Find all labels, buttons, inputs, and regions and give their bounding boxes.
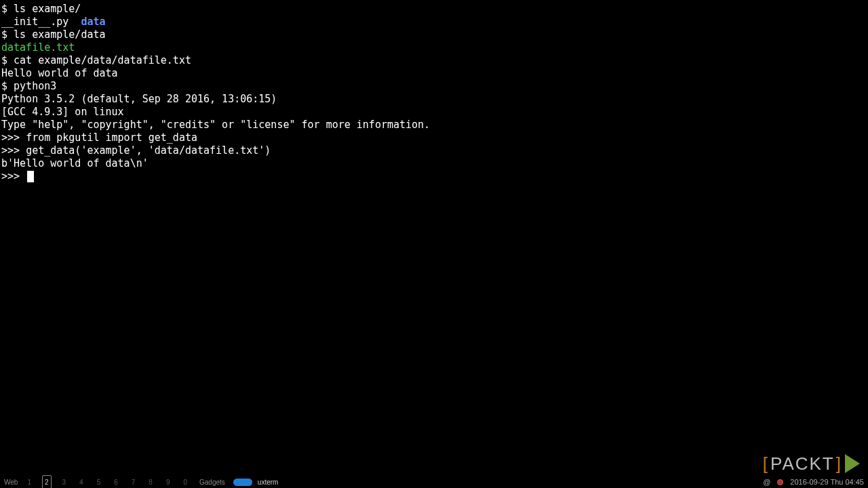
ls-item — [68, 16, 81, 28]
workspace-list: 1234567890 — [24, 475, 190, 489]
workspace-4[interactable]: 4 — [77, 475, 86, 489]
packt-bracket-open: [ — [763, 458, 769, 470]
taskbar-web-label[interactable]: Web — [4, 476, 18, 489]
shell-command: python3 — [14, 80, 56, 92]
terminal-line: __init__.py data — [1, 16, 867, 28]
workspace-8[interactable]: 8 — [146, 475, 155, 489]
workspace-1[interactable]: 1 — [24, 475, 34, 489]
python-prompt: >>> — [1, 131, 26, 144]
play-icon — [845, 454, 860, 473]
task-indicator-pill — [233, 479, 252, 486]
taskbar-gadgets-label[interactable]: Gadgets — [199, 476, 225, 489]
workspace-6[interactable]: 6 — [111, 475, 121, 489]
terminal-line: $ cat example/data/datafile.txt — [1, 54, 867, 67]
task-name: uxterm — [258, 476, 279, 489]
packt-text: PACKT — [770, 458, 835, 470]
terminal-line: datafile.txt — [1, 41, 867, 54]
python-command: get_data('example', 'data/datafile.txt') — [26, 144, 271, 157]
ls-item: datafile.txt — [1, 41, 75, 54]
terminal-line: [GCC 4.9.3] on linux — [1, 106, 867, 119]
workspace-2[interactable]: 2 — [42, 475, 52, 489]
terminal-line: >>> get_data('example', 'data/datafile.t… — [1, 144, 867, 157]
shell-command: ls example/data — [14, 28, 105, 41]
terminal-line: Hello world of data — [1, 67, 867, 80]
packt-watermark: [ PACKT ] — [763, 454, 860, 473]
tray-datetime: 2016-09-29 Thu 04:45 — [790, 476, 864, 489]
taskbar: Web 1234567890 Gadgets uxterm @ 2016-09-… — [0, 476, 868, 488]
workspace-0[interactable]: 0 — [180, 475, 190, 489]
terminal-line: >>> from pkgutil import get_data — [1, 131, 867, 144]
terminal-line: >>> — [1, 170, 867, 183]
shell-prompt: $ — [1, 80, 14, 92]
taskbar-task-uxterm[interactable]: uxterm — [233, 476, 279, 489]
shell-prompt: $ — [1, 28, 14, 41]
shell-prompt: $ — [1, 3, 14, 15]
shell-command: ls example/ — [14, 3, 81, 15]
terminal-line: $ ls example/data — [1, 28, 867, 41]
record-icon[interactable] — [777, 479, 783, 485]
terminal-line: $ ls example/ — [1, 3, 867, 16]
terminal-line: Python 3.5.2 (default, Sep 28 2016, 13:0… — [1, 93, 867, 106]
workspace-9[interactable]: 9 — [163, 475, 173, 489]
cursor-icon — [27, 171, 34, 182]
shell-prompt: $ — [1, 54, 14, 66]
shell-command: cat example/data/datafile.txt — [14, 54, 191, 66]
ls-item: __init__.py — [1, 16, 68, 28]
terminal-line: $ python3 — [1, 80, 867, 93]
system-tray: @ 2016-09-29 Thu 04:45 — [763, 476, 864, 489]
workspace-5[interactable]: 5 — [94, 475, 104, 489]
workspace-3[interactable]: 3 — [60, 475, 69, 489]
python-prompt: >>> — [1, 144, 26, 157]
terminal-line: Type "help", "copyright", "credits" or "… — [1, 119, 867, 131]
python-command: from pkgutil import get_data — [26, 131, 197, 144]
python-prompt: >>> — [1, 170, 26, 182]
tray-at-icon[interactable]: @ — [763, 476, 770, 489]
packt-bracket-close: ] — [836, 458, 842, 470]
workspace-7[interactable]: 7 — [129, 475, 138, 489]
terminal-line: b'Hello world of data\n' — [1, 157, 867, 170]
terminal-output[interactable]: $ ls example/__init__.py data$ ls exampl… — [0, 0, 868, 186]
ls-item: data — [81, 16, 105, 28]
